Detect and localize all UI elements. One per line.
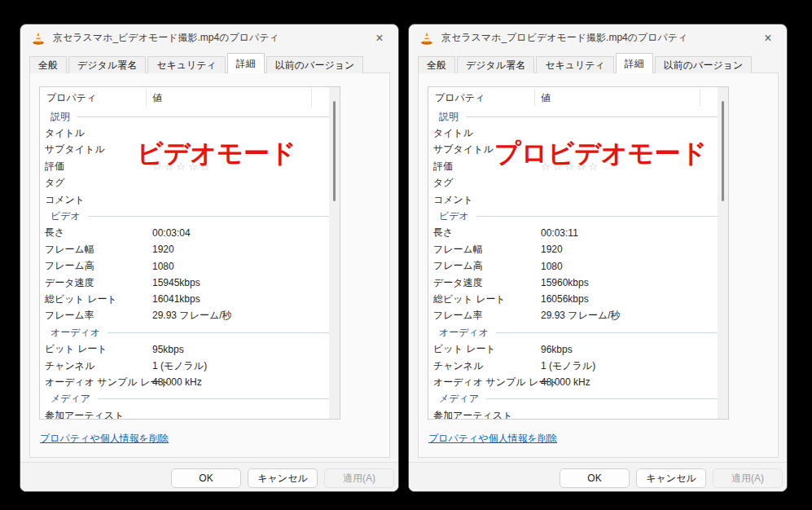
scrollbar[interactable] [718, 87, 728, 419]
section-header-row: メディア [40, 391, 340, 407]
property-label: フレーム幅 [40, 243, 152, 257]
tab[interactable]: 全般 [29, 56, 67, 73]
column-header-value[interactable]: 値 [147, 89, 312, 107]
property-row[interactable]: オーディオ サンプル レート48.000 kHz [40, 374, 340, 390]
section-header-row: オーディオ [428, 324, 728, 341]
property-value: 15945kbps [152, 277, 200, 288]
tab[interactable]: デジタル署名 [457, 56, 534, 73]
vlc-cone-icon [31, 31, 46, 46]
section-divider-line [496, 332, 722, 333]
property-row[interactable]: コメント [428, 191, 728, 208]
property-label: コメント [40, 193, 152, 207]
property-label: 参加アーティスト [428, 409, 541, 420]
property-row[interactable]: ビット レート96kbps [428, 341, 728, 357]
property-label: 総ビット レート [40, 292, 152, 306]
property-row[interactable]: チャンネル1 (モノラル) [428, 358, 728, 374]
tab[interactable]: セキュリティ [536, 56, 614, 73]
tab[interactable]: デジタル署名 [68, 56, 146, 73]
close-icon[interactable]: × [754, 28, 782, 49]
property-value: 48.000 kHz [152, 376, 202, 388]
section-header-row: 説明 [40, 108, 340, 125]
property-label: フレーム高 [40, 259, 152, 273]
tab-strip: 全般デジタル署名セキュリティ詳細以前のバージョン [418, 54, 753, 73]
property-row[interactable]: データ速度15945kbps [40, 275, 340, 291]
property-label: タイトル [40, 126, 152, 140]
property-value: 1080 [541, 261, 563, 272]
tab[interactable]: 詳細 [227, 53, 265, 73]
property-row[interactable]: フレーム高1080 [428, 258, 728, 275]
apply-button: 適用(A) [713, 468, 783, 488]
property-label: タグ [40, 176, 152, 190]
section-divider-line [108, 332, 333, 333]
button-row: OK キャンセル 適用(A) [20, 462, 398, 492]
property-row[interactable]: チャンネル1 (モノラル) [40, 358, 340, 374]
scrollbar-thumb[interactable] [722, 101, 724, 201]
property-row[interactable]: 長さ00:03:04 [40, 225, 340, 241]
section-label: オーディオ [40, 326, 100, 340]
remove-properties-link[interactable]: プロパティや個人情報を削除 [40, 432, 169, 446]
property-label: チャンネル [40, 359, 152, 373]
section-divider-line [486, 398, 722, 399]
list-header: プロパティ 値 [40, 87, 340, 108]
scrollbar-thumb[interactable] [333, 101, 336, 201]
property-value: 29.93 フレーム/秒 [152, 309, 232, 323]
property-row[interactable]: データ速度15960kbps [428, 275, 728, 291]
property-row[interactable]: 参加アーティスト [428, 407, 728, 420]
property-label: ビット レート [428, 342, 541, 356]
section-label: メディア [428, 392, 479, 406]
cancel-button[interactable]: キャンセル [636, 468, 706, 488]
property-row[interactable]: フレーム高1080 [40, 258, 340, 275]
titlebar[interactable]: 京セラスマホ_ビデオモード撮影.mp4のプロパティ × [20, 24, 398, 51]
property-label: フレーム高 [428, 259, 541, 273]
tab-page-details: プロパティ 値 説明タイトルサブタイトル評価☆☆☆☆☆タグコメントビデオ長さ00… [418, 73, 779, 458]
tab[interactable]: セキュリティ [147, 56, 226, 73]
tab[interactable]: 以前のバージョン [655, 56, 752, 73]
property-value: 96kbps [541, 344, 573, 355]
ok-button[interactable]: OK [171, 468, 241, 488]
property-value: 95kbps [152, 344, 184, 355]
section-header-row: オーディオ [40, 324, 340, 341]
property-row[interactable]: 参加アーティスト [40, 407, 340, 420]
property-row[interactable]: ビット レート95kbps [40, 341, 340, 357]
section-label: 説明 [428, 110, 459, 124]
property-value: 15960kbps [541, 277, 589, 288]
section-divider-line [88, 216, 333, 217]
property-row[interactable]: フレーム率29.93 フレーム/秒 [428, 308, 728, 324]
column-header-value[interactable]: 値 [535, 89, 700, 107]
column-header-property[interactable]: プロパティ [40, 89, 147, 107]
property-row[interactable]: フレーム幅1920 [40, 241, 340, 257]
property-label: オーディオ サンプル レート [428, 376, 541, 389]
property-value: 1080 [152, 261, 174, 272]
property-row[interactable]: フレーム幅1920 [428, 241, 728, 257]
property-row[interactable]: コメント [40, 191, 340, 208]
property-label: フレーム幅 [428, 243, 541, 257]
property-value: 1920 [541, 244, 563, 255]
titlebar[interactable]: 京セラスマホ_プロビデオモード撮影.mp4のプロパティ × [409, 24, 787, 51]
tab[interactable]: 以前のバージョン [266, 56, 363, 73]
property-row[interactable]: タグ [40, 175, 340, 191]
property-row[interactable]: 長さ00:03:11 [428, 225, 728, 241]
property-row[interactable]: タグ [428, 175, 728, 191]
tab[interactable]: 詳細 [616, 53, 653, 73]
section-divider-line [77, 117, 333, 117]
property-label: タグ [428, 176, 541, 190]
property-row[interactable]: 総ビット レート16056kbps [428, 291, 728, 307]
property-row[interactable]: 総ビット レート16041kbps [40, 291, 340, 307]
scrollbar[interactable] [329, 87, 340, 419]
tab-page-details: プロパティ 値 説明タイトルサブタイトル評価☆☆☆☆☆タグコメントビデオ長さ00… [29, 73, 390, 458]
property-label: オーディオ サンプル レート [40, 376, 152, 389]
cancel-button[interactable]: キャンセル [248, 468, 318, 488]
property-row[interactable]: フレーム率29.93 フレーム/秒 [40, 308, 340, 324]
property-value: 1 (モノラル) [152, 359, 207, 373]
section-header-row: ビデオ [428, 208, 728, 224]
close-icon[interactable]: × [366, 28, 393, 49]
column-header-property[interactable]: プロパティ [428, 89, 535, 107]
property-label: ビット レート [40, 342, 152, 356]
property-value: 00:03:11 [541, 227, 578, 239]
property-label: 参加アーティスト [40, 409, 152, 420]
tab[interactable]: 全般 [418, 56, 455, 73]
property-row[interactable]: オーディオ サンプル レート48.000 kHz [428, 374, 728, 390]
vlc-cone-icon [419, 31, 434, 46]
remove-properties-link[interactable]: プロパティや個人情報を削除 [428, 432, 557, 446]
ok-button[interactable]: OK [560, 468, 630, 488]
